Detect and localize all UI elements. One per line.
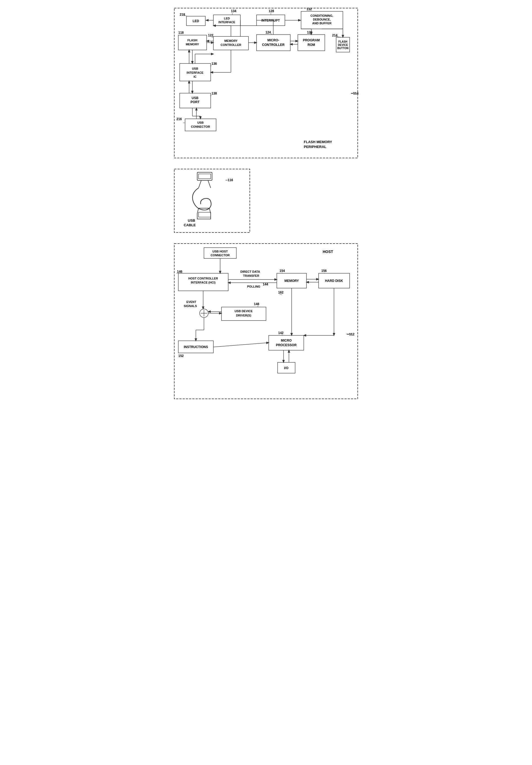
program-rom-label2: ROM — [308, 43, 315, 47]
led-label: LED — [193, 19, 199, 23]
event-signals-label: EVENT — [186, 300, 196, 304]
usb-interface-ic-label1: USB — [192, 67, 198, 70]
event-signals-label2: SIGNALS — [184, 304, 197, 308]
usb-plug-bottom-inner — [198, 212, 211, 217]
io-label: I/O — [284, 366, 288, 370]
micro-processor-label1: MICRO — [281, 339, 292, 343]
usb-cable-label2: CABLE — [184, 223, 196, 227]
memory-controller-label2: CONTROLLER — [221, 43, 241, 46]
ref-218: 218 — [180, 13, 185, 16]
ref-126: 126 — [307, 31, 312, 34]
usb-host-connector-label1: USB HOST — [213, 250, 228, 253]
page: FLASH MEMORY PERIPHERAL --114 LED 218 LE… — [171, 5, 361, 403]
ref-162: 162 — [278, 291, 284, 294]
ref-124: 124 — [265, 31, 271, 34]
interrupt-label: INTERRUPT — [261, 19, 280, 22]
micro-controller-label2: CONTROLLER — [262, 43, 285, 47]
conditioning-label3: AND BUFFER — [312, 22, 332, 25]
usb-port-label2: PORT — [190, 100, 200, 104]
cable-left-line — [198, 180, 201, 188]
ref-154: 154 — [280, 269, 285, 273]
ref-128: 128 — [269, 9, 274, 13]
ref-152: 152 — [178, 354, 184, 358]
ref-132: 132 — [307, 7, 312, 11]
ref-138: 138 — [211, 92, 217, 95]
usb-connector-label1: USB — [197, 121, 203, 124]
ref-216: 216 — [176, 117, 182, 121]
usb-cable-label1: USB — [188, 219, 195, 223]
direct-data-transfer-label2: TRANSFER — [243, 274, 259, 277]
micro-processor-box — [269, 336, 304, 350]
conditioning-label1: CONDITIONING, — [311, 14, 333, 17]
usb-plug-top-inner — [198, 174, 211, 179]
micro-processor-label2: PROCESSOR — [276, 343, 297, 347]
usb-device-drivers-label1: USB DEVICE — [234, 310, 252, 313]
flash-memory-peripheral-label: FLASH MEMORY — [304, 140, 332, 144]
ref-144: 144 — [263, 283, 268, 286]
hci-label1: HOST CONTROLLER — [188, 277, 218, 280]
flash-device-button-label1: FLASH — [338, 40, 347, 43]
ref-136: 136 — [211, 62, 217, 66]
usb-cable-section: --116 USB CABLE — [171, 166, 361, 237]
flash-device-button-label3: BUTTON — [337, 47, 348, 50]
flash-memory-peripheral-label2: PERIPHERAL — [304, 145, 327, 149]
hard-disk-label: HARD DISK — [325, 279, 343, 283]
cable-right-line — [208, 180, 211, 188]
flash-device-button-label2: DEVICE — [338, 43, 348, 46]
ref-112: --112 — [347, 333, 355, 336]
micro-controller-label1: MICRO- — [267, 38, 279, 42]
host-section: HOST --112 USB HOST CONNECTOR HOST CONTR… — [171, 241, 361, 403]
ref-148: 148 — [254, 302, 259, 306]
micro-controller-box — [257, 35, 290, 51]
cable-loop — [193, 188, 211, 210]
ref-114: --114 — [351, 92, 359, 95]
usb-port-label1: USB — [191, 96, 198, 100]
led-interface-label1: LED — [224, 17, 230, 20]
usb-connector-label2: CONNECTOR — [191, 125, 210, 128]
memory-controller-label1: MEMORY — [224, 39, 238, 42]
conditioning-label2: DEBOUNCE, — [313, 18, 331, 21]
usb-interface-ic-label2: INTERFACE — [187, 71, 203, 74]
polling-label: POLLING — [247, 285, 260, 288]
flash-memory-peripheral-section: FLASH MEMORY PERIPHERAL --114 LED 218 LE… — [171, 5, 361, 162]
direct-data-transfer-label: DIRECT DATA — [240, 270, 260, 273]
usb-host-connector-box — [204, 248, 236, 259]
ref-142: 142 — [278, 331, 284, 335]
host-label: HOST — [323, 250, 333, 254]
memory-label: MEMORY — [284, 279, 299, 283]
flash-memory-label2: MEMORY — [186, 43, 199, 46]
ref-146: 146 — [177, 270, 182, 274]
ref-116: --116 — [225, 178, 233, 182]
led-interface-label2: INTERFACE — [218, 21, 235, 24]
program-rom-label1: PROGRAM — [303, 38, 320, 42]
program-rom-box — [298, 35, 325, 51]
host-outer-box — [174, 244, 358, 399]
usb-cable-diagram: --116 USB CABLE — [171, 166, 361, 237]
flash-memory-peripheral-diagram: FLASH MEMORY PERIPHERAL --114 LED 218 LE… — [171, 5, 361, 162]
ref-122: 122 — [208, 33, 213, 37]
instructions-label: INSTRUCTIONS — [184, 345, 208, 349]
instructions-to-microproc — [213, 343, 269, 347]
usb-device-drivers-label2: DRIVER(S) — [236, 314, 251, 317]
hci-label2: INTERFACE (HCI) — [191, 281, 215, 284]
led-interface-box — [213, 15, 240, 26]
flash-memory-label1: FLASH — [187, 39, 197, 42]
usb-interface-ic-label3: IC — [194, 75, 197, 78]
ref-118: 118 — [178, 31, 184, 35]
usb-host-connector-label2: CONNECTOR — [211, 254, 230, 257]
host-diagram: HOST --112 USB HOST CONNECTOR HOST CONTR… — [171, 241, 361, 403]
ref-156: 156 — [321, 269, 327, 273]
usb-plug-top — [197, 172, 212, 180]
ref-134: 134 — [231, 9, 236, 13]
